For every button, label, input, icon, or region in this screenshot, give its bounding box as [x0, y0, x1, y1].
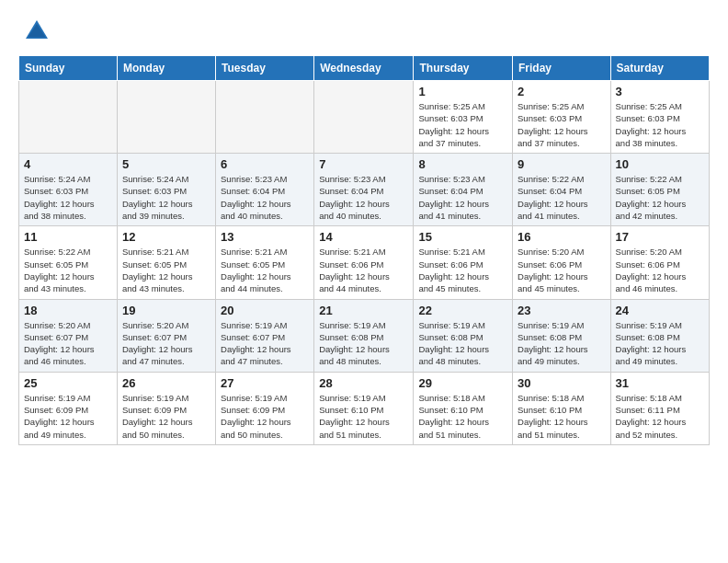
day-number: 9: [518, 157, 606, 171]
calendar-cell: [19, 81, 118, 154]
day-number: 24: [616, 304, 704, 317]
day-number: 10: [616, 157, 704, 171]
calendar-cell: 3Sunrise: 5:25 AM Sunset: 6:03 PM Daylig…: [610, 81, 709, 154]
weekday-header: Friday: [513, 56, 611, 81]
calendar-cell: 10Sunrise: 5:22 AM Sunset: 6:05 PM Dayli…: [610, 154, 709, 226]
calendar-cell: 29Sunrise: 5:18 AM Sunset: 6:10 PM Dayli…: [414, 372, 513, 444]
day-number: 11: [24, 230, 112, 244]
calendar-cell: 9Sunrise: 5:22 AM Sunset: 6:04 PM Daylig…: [513, 154, 611, 226]
logo-icon: [22, 17, 51, 46]
day-info: Sunrise: 5:19 AM Sunset: 6:09 PM Dayligh…: [221, 392, 309, 441]
day-number: 30: [518, 376, 606, 390]
calendar-cell: 14Sunrise: 5:21 AM Sunset: 6:06 PM Dayli…: [314, 226, 414, 299]
day-info: Sunrise: 5:23 AM Sunset: 6:04 PM Dayligh…: [319, 173, 408, 222]
day-info: Sunrise: 5:19 AM Sunset: 6:09 PM Dayligh…: [24, 392, 112, 441]
day-number: 6: [221, 157, 309, 171]
calendar-header-row: SundayMondayTuesdayWednesdayThursdayFrid…: [19, 56, 710, 81]
day-info: Sunrise: 5:19 AM Sunset: 6:10 PM Dayligh…: [319, 392, 408, 441]
calendar-cell: 31Sunrise: 5:18 AM Sunset: 6:11 PM Dayli…: [610, 372, 709, 444]
page-header: [0, 0, 728, 55]
day-info: Sunrise: 5:21 AM Sunset: 6:05 PM Dayligh…: [122, 246, 210, 294]
calendar-week-row: 4Sunrise: 5:24 AM Sunset: 6:03 PM Daylig…: [19, 154, 710, 226]
day-number: 14: [319, 230, 408, 244]
day-number: 28: [319, 376, 408, 390]
day-number: 23: [518, 304, 606, 317]
calendar-cell: 22Sunrise: 5:19 AM Sunset: 6:08 PM Dayli…: [414, 299, 513, 372]
day-info: Sunrise: 5:24 AM Sunset: 6:03 PM Dayligh…: [24, 173, 112, 222]
day-info: Sunrise: 5:18 AM Sunset: 6:10 PM Dayligh…: [518, 392, 606, 441]
calendar-cell: 2Sunrise: 5:25 AM Sunset: 6:03 PM Daylig…: [513, 81, 611, 154]
day-info: Sunrise: 5:22 AM Sunset: 6:05 PM Dayligh…: [616, 173, 704, 222]
day-info: Sunrise: 5:19 AM Sunset: 6:08 PM Dayligh…: [319, 319, 408, 368]
day-number: 4: [24, 157, 112, 171]
calendar-cell: [314, 81, 414, 154]
weekday-header: Tuesday: [216, 56, 314, 81]
calendar-cell: 15Sunrise: 5:21 AM Sunset: 6:06 PM Dayli…: [414, 226, 513, 299]
calendar-wrapper: SundayMondayTuesdayWednesdayThursdayFrid…: [0, 55, 728, 454]
day-number: 31: [616, 376, 704, 390]
calendar-cell: 12Sunrise: 5:21 AM Sunset: 6:05 PM Dayli…: [117, 226, 215, 299]
calendar-cell: 1Sunrise: 5:25 AM Sunset: 6:03 PM Daylig…: [414, 81, 513, 154]
calendar-cell: 27Sunrise: 5:19 AM Sunset: 6:09 PM Dayli…: [216, 372, 314, 444]
day-info: Sunrise: 5:20 AM Sunset: 6:06 PM Dayligh…: [518, 246, 606, 294]
calendar-cell: 20Sunrise: 5:19 AM Sunset: 6:07 PM Dayli…: [216, 299, 314, 372]
day-number: 2: [518, 85, 606, 98]
day-number: 5: [122, 157, 210, 171]
day-info: Sunrise: 5:20 AM Sunset: 6:07 PM Dayligh…: [122, 319, 210, 368]
day-number: 21: [319, 304, 408, 317]
calendar-cell: 4Sunrise: 5:24 AM Sunset: 6:03 PM Daylig…: [19, 154, 118, 226]
day-number: 29: [418, 376, 507, 390]
calendar-cell: 17Sunrise: 5:20 AM Sunset: 6:06 PM Dayli…: [610, 226, 709, 299]
calendar-cell: 19Sunrise: 5:20 AM Sunset: 6:07 PM Dayli…: [117, 299, 215, 372]
calendar-cell: 18Sunrise: 5:20 AM Sunset: 6:07 PM Dayli…: [19, 299, 118, 372]
day-info: Sunrise: 5:19 AM Sunset: 6:09 PM Dayligh…: [122, 392, 210, 441]
calendar-week-row: 18Sunrise: 5:20 AM Sunset: 6:07 PM Dayli…: [19, 299, 710, 372]
calendar-cell: 11Sunrise: 5:22 AM Sunset: 6:05 PM Dayli…: [19, 226, 118, 299]
day-info: Sunrise: 5:20 AM Sunset: 6:06 PM Dayligh…: [616, 246, 704, 294]
day-info: Sunrise: 5:22 AM Sunset: 6:05 PM Dayligh…: [24, 246, 112, 294]
logo: [22, 17, 55, 46]
day-number: 15: [418, 230, 507, 244]
day-info: Sunrise: 5:23 AM Sunset: 6:04 PM Dayligh…: [418, 173, 507, 222]
calendar-table: SundayMondayTuesdayWednesdayThursdayFrid…: [18, 55, 710, 445]
weekday-header: Monday: [117, 56, 215, 81]
calendar-cell: 13Sunrise: 5:21 AM Sunset: 6:05 PM Dayli…: [216, 226, 314, 299]
day-info: Sunrise: 5:20 AM Sunset: 6:07 PM Dayligh…: [24, 319, 112, 368]
weekday-header: Sunday: [19, 56, 118, 81]
day-number: 3: [616, 85, 704, 98]
day-info: Sunrise: 5:24 AM Sunset: 6:03 PM Dayligh…: [122, 173, 210, 222]
day-info: Sunrise: 5:18 AM Sunset: 6:10 PM Dayligh…: [418, 392, 507, 441]
calendar-cell: 21Sunrise: 5:19 AM Sunset: 6:08 PM Dayli…: [314, 299, 414, 372]
calendar-cell: 5Sunrise: 5:24 AM Sunset: 6:03 PM Daylig…: [117, 154, 215, 226]
day-info: Sunrise: 5:19 AM Sunset: 6:07 PM Dayligh…: [221, 319, 309, 368]
day-info: Sunrise: 5:21 AM Sunset: 6:05 PM Dayligh…: [221, 246, 309, 294]
day-info: Sunrise: 5:21 AM Sunset: 6:06 PM Dayligh…: [319, 246, 408, 294]
day-number: 13: [221, 230, 309, 244]
day-info: Sunrise: 5:19 AM Sunset: 6:08 PM Dayligh…: [616, 319, 704, 368]
day-number: 7: [319, 157, 408, 171]
day-number: 1: [418, 85, 507, 98]
calendar-cell: 28Sunrise: 5:19 AM Sunset: 6:10 PM Dayli…: [314, 372, 414, 444]
calendar-cell: 24Sunrise: 5:19 AM Sunset: 6:08 PM Dayli…: [610, 299, 709, 372]
day-number: 25: [24, 376, 112, 390]
day-number: 12: [122, 230, 210, 244]
calendar-cell: 26Sunrise: 5:19 AM Sunset: 6:09 PM Dayli…: [117, 372, 215, 444]
calendar-cell: 7Sunrise: 5:23 AM Sunset: 6:04 PM Daylig…: [314, 154, 414, 226]
calendar-cell: 16Sunrise: 5:20 AM Sunset: 6:06 PM Dayli…: [513, 226, 611, 299]
calendar-cell: [117, 81, 215, 154]
calendar-cell: 6Sunrise: 5:23 AM Sunset: 6:04 PM Daylig…: [216, 154, 314, 226]
weekday-header: Thursday: [414, 56, 513, 81]
calendar-week-row: 1Sunrise: 5:25 AM Sunset: 6:03 PM Daylig…: [19, 81, 710, 154]
calendar-cell: 8Sunrise: 5:23 AM Sunset: 6:04 PM Daylig…: [414, 154, 513, 226]
day-number: 27: [221, 376, 309, 390]
day-number: 19: [122, 304, 210, 317]
day-info: Sunrise: 5:18 AM Sunset: 6:11 PM Dayligh…: [616, 392, 704, 441]
day-number: 20: [221, 304, 309, 317]
day-info: Sunrise: 5:25 AM Sunset: 6:03 PM Dayligh…: [518, 100, 606, 149]
calendar-cell: [216, 81, 314, 154]
weekday-header: Saturday: [610, 56, 709, 81]
day-number: 22: [418, 304, 507, 317]
calendar-cell: 30Sunrise: 5:18 AM Sunset: 6:10 PM Dayli…: [513, 372, 611, 444]
day-info: Sunrise: 5:23 AM Sunset: 6:04 PM Dayligh…: [221, 173, 309, 222]
day-number: 17: [616, 230, 704, 244]
